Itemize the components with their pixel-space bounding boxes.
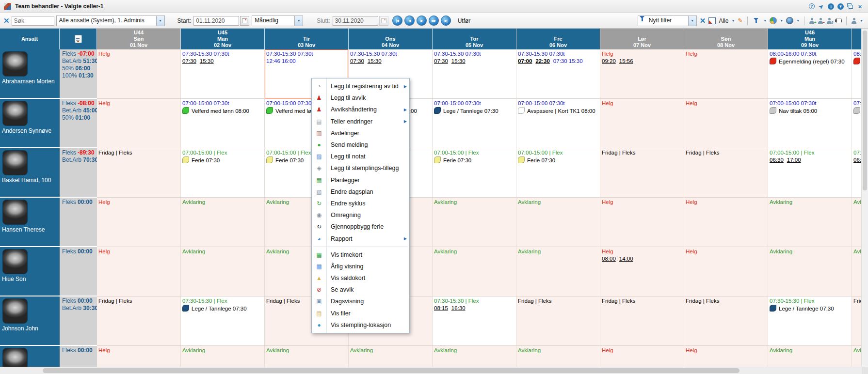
chevron-down-icon[interactable]: ▼ <box>796 19 800 22</box>
column-header-man-02-nov[interactable]: U45Man02 Nov <box>181 29 265 49</box>
day-cell[interactable]: Helg08:0014:00 <box>600 247 684 296</box>
day-cell[interactable]: Helg <box>600 99 684 148</box>
menu-item-rapport[interactable]: ◕Rapport▶ <box>312 233 409 244</box>
chart-pie-icon[interactable] <box>770 17 777 24</box>
column-header-tir-03-nov[interactable]: Tir03 Nov <box>265 29 349 49</box>
day-cell[interactable]: Helg <box>684 49 768 99</box>
day-cell[interactable]: 08:00-16:00 07:30tEgenmelding (regel) 07… <box>768 49 852 99</box>
horizontal-scrollbar[interactable] <box>0 367 862 374</box>
start-calendar-icon[interactable] <box>240 16 249 26</box>
clear-filter-icon[interactable]: ✕ <box>700 16 706 25</box>
day-cell[interactable]: 07:00-15:00 | Flex06:3017:00 <box>852 148 862 198</box>
menu-item-avdelinger[interactable]: ▥Avdelinger <box>312 127 409 139</box>
column-header-ons-04-nov[interactable]: Ons04 Nov <box>349 29 433 49</box>
help-icon[interactable]: ? <box>809 3 815 9</box>
day-cell[interactable]: Fridag | Fleks <box>852 296 862 346</box>
period-select[interactable]: Månedlig ▼ <box>252 16 303 26</box>
globe-icon[interactable] <box>786 17 793 24</box>
day-cell[interactable]: 07:00-15:00 07:30tLege / Tannlege 07:30 <box>433 99 516 148</box>
filter-select[interactable]: Nytt filter ▼ <box>638 16 697 26</box>
employee-cell[interactable]: Hiue Son <box>0 247 60 296</box>
day-cell[interactable]: Fridag | Fleks <box>684 148 768 198</box>
collapse-icon[interactable]: ▼ <box>837 3 844 10</box>
employee-cell[interactable]: Basket Hamid, 100 <box>0 148 60 198</box>
column-header-søn-08-nov[interactable]: Søn08 Nov <box>684 29 768 49</box>
chevron-down-icon[interactable]: ▼ <box>156 16 164 26</box>
close-icon[interactable]: × <box>857 3 863 10</box>
menu-item-legg-til-stemplings-tillegg[interactable]: ◈Legg til stemplings-tillegg <box>312 162 409 174</box>
day-cell[interactable]: Helg <box>97 49 181 99</box>
day-cell[interactable]: Avklaring <box>768 247 852 296</box>
menu-item-send-melding[interactable]: ●Send melding <box>312 139 409 151</box>
day-cell[interactable]: Fridag | Fleks <box>684 296 768 346</box>
vertical-scrollbar[interactable] <box>862 29 868 367</box>
menu-item-legg-til-registrering-av-tid[interactable]: ◔Legg til registrering av tid▶ <box>312 80 409 92</box>
menu-item-se-avvik[interactable]: ⊘Se avvik <box>312 284 409 296</box>
day-cell[interactable]: Helg <box>684 99 768 148</box>
menu-item-legg-til-notat[interactable]: ▨Legg til notat <box>312 151 409 162</box>
person-help-icon[interactable]: ? <box>826 18 832 24</box>
menu-item-vis-timekort[interactable]: ▦Vis timekort <box>312 249 409 261</box>
employee-filter-select[interactable]: Alle ansatte (System), 1. Adminis ▼ <box>56 16 165 26</box>
menu-item-legg-til-avvik[interactable]: ♟Legg til avvik <box>312 92 409 104</box>
day-cell[interactable]: Helg <box>600 198 684 247</box>
export-person-icon[interactable] <box>851 18 857 24</box>
employee-cell[interactable]: Andersen Synnøve <box>0 99 60 148</box>
day-cell[interactable]: 07:30-15:30 07:30t07:3015:30 <box>181 49 265 99</box>
day-cell[interactable]: 07:00-15:00 07:30tVelferd med lønn 08:00 <box>181 99 265 148</box>
column-header-tor-05-nov[interactable]: Tor05 Nov <box>433 29 516 49</box>
day-cell[interactable]: Fridag | Fleks <box>97 296 181 346</box>
add-person-icon[interactable]: + <box>809 18 815 24</box>
vertical-scrollbar-thumb[interactable] <box>863 31 867 190</box>
menu-item-gjennoppbygg-ferie[interactable]: ↻Gjennoppbygg ferie <box>312 221 409 233</box>
employee-cell[interactable]: Abrahamsen Morten <box>0 49 60 99</box>
pin-icon[interactable]: ➤ <box>817 2 825 11</box>
employee-cell[interactable]: Johnson John <box>0 296 60 346</box>
column-header-partial[interactable] <box>852 29 862 49</box>
day-cell[interactable]: Avklaring <box>516 247 600 296</box>
current-period-button[interactable]: ▶ <box>417 16 427 26</box>
chevron-down-icon[interactable]: ▼ <box>294 16 303 26</box>
day-cell[interactable]: Avklaring <box>852 198 862 247</box>
day-cell[interactable]: Avklaring <box>852 346 862 367</box>
menu-item-avvikshåndtering[interactable]: ♟Avvikshåndtering▶ <box>312 104 409 115</box>
day-cell[interactable]: 07:30-15:30 | Flex08:1516:30 <box>433 296 516 346</box>
menu-item-planlegger[interactable]: ▦Planlegger <box>312 174 409 186</box>
day-cell[interactable]: Helg <box>684 247 768 296</box>
day-cell[interactable]: Avklaring <box>433 198 516 247</box>
view-mode-icon[interactable] <box>708 17 716 24</box>
employee-cell[interactable]: Hansen Therese <box>0 198 60 247</box>
start-date-input[interactable] <box>193 16 239 26</box>
menu-item-omregning[interactable]: ◉Omregning <box>312 209 409 221</box>
chevron-down-icon[interactable]: ▼ <box>860 19 863 22</box>
day-cell[interactable]: Fridag | Fleks <box>600 296 684 346</box>
employee-cell[interactable]: Lasse <box>0 346 60 367</box>
day-cell[interactable]: Helg <box>97 346 181 367</box>
day-cell[interactable]: 07:00-15:00 | FlexFerie 07:30 <box>433 148 516 198</box>
day-cell[interactable]: Avklaring <box>852 247 862 296</box>
day-cell[interactable]: Avklaring <box>181 198 265 247</box>
previous-period-button[interactable]: ◀ <box>404 16 415 26</box>
horizontal-scrollbar-thumb[interactable] <box>43 368 739 373</box>
day-cell[interactable]: Helg09:2015:56 <box>600 49 684 99</box>
day-cell[interactable]: Helg <box>684 346 768 367</box>
remove-person-icon[interactable]: − <box>818 18 823 24</box>
day-cell[interactable]: Helg <box>97 99 181 148</box>
day-cell[interactable]: Helg <box>600 346 684 367</box>
day-cell[interactable]: 07:30-15:30 07:30t07:0022:3007:30 15:30 <box>516 49 600 99</box>
day-cell[interactable]: 07:00-15:00 | FlexFerie 07:30 <box>516 148 600 198</box>
day-cell[interactable]: 07:30-15:30 07:30t07:3015:30 <box>433 49 516 99</box>
column-header-søn-01-nov[interactable]: U44Søn01 Nov <box>97 29 181 49</box>
edit-pencil-icon[interactable]: ✎ <box>738 17 743 24</box>
day-cell[interactable]: 07:30-15:30 | FlexLege / Tannlege 07:30 <box>181 296 265 346</box>
day-cell[interactable]: Avklaring <box>181 346 265 367</box>
menu-item-årlig-visning[interactable]: ▦Årlig visning <box>312 261 409 272</box>
day-cell[interactable]: Avklaring <box>516 346 600 367</box>
day-cell[interactable]: Helg <box>97 247 181 296</box>
menu-item-vis-filer[interactable]: ▤Vis filer <box>312 308 409 319</box>
first-period-button[interactable]: |◀ <box>392 16 402 26</box>
menu-item-teller-endringer[interactable]: ▤Teller endringer▶ <box>312 116 409 127</box>
menu-item-vis-stempling-lokasjon[interactable]: ●Vis stempling-lokasjon <box>312 319 409 331</box>
day-cell[interactable]: Helg <box>684 198 768 247</box>
chevron-down-icon[interactable]: ▼ <box>780 19 783 22</box>
